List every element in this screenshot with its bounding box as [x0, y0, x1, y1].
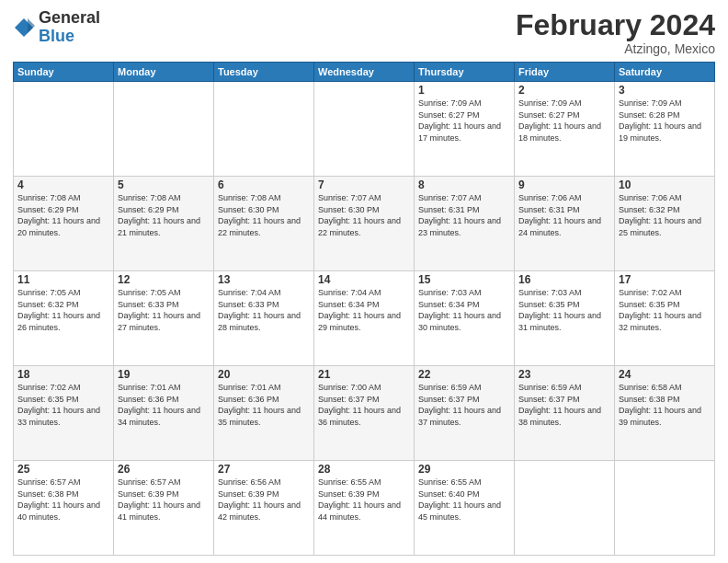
calendar-cell [214, 82, 314, 177]
day-number: 26 [118, 463, 210, 476]
day-number: 16 [518, 273, 610, 286]
weekday-header: Sunday [14, 63, 114, 82]
day-number: 24 [619, 368, 711, 381]
day-info: Sunrise: 7:07 AM Sunset: 6:30 PM Dayligh… [318, 192, 410, 238]
calendar-cell: 11Sunrise: 7:05 AM Sunset: 6:32 PM Dayli… [14, 271, 114, 366]
calendar-table: SundayMondayTuesdayWednesdayThursdayFrid… [13, 62, 715, 556]
calendar-cell: 25Sunrise: 6:57 AM Sunset: 6:38 PM Dayli… [14, 461, 114, 556]
logo-icon [13, 17, 35, 39]
day-number: 12 [118, 273, 210, 286]
day-info: Sunrise: 7:09 AM Sunset: 6:27 PM Dayligh… [418, 98, 510, 144]
day-number: 7 [318, 178, 410, 191]
day-number: 3 [619, 84, 711, 97]
calendar-week-row: 18Sunrise: 7:02 AM Sunset: 6:35 PM Dayli… [14, 366, 715, 461]
day-info: Sunrise: 7:02 AM Sunset: 6:35 PM Dayligh… [619, 287, 711, 333]
calendar-cell: 15Sunrise: 7:03 AM Sunset: 6:34 PM Dayli… [415, 271, 515, 366]
day-number: 6 [218, 178, 310, 191]
calendar-cell: 18Sunrise: 7:02 AM Sunset: 6:35 PM Dayli… [14, 366, 114, 461]
calendar-cell [14, 82, 114, 177]
calendar-cell: 28Sunrise: 6:55 AM Sunset: 6:39 PM Dayli… [314, 461, 415, 556]
day-info: Sunrise: 6:58 AM Sunset: 6:38 PM Dayligh… [619, 382, 711, 428]
calendar-cell: 5Sunrise: 7:08 AM Sunset: 6:29 PM Daylig… [114, 177, 214, 271]
day-info: Sunrise: 6:56 AM Sunset: 6:39 PM Dayligh… [218, 477, 310, 523]
day-number: 23 [518, 368, 610, 381]
day-number: 10 [619, 178, 711, 191]
weekday-header: Wednesday [314, 63, 415, 82]
calendar-cell [314, 82, 415, 177]
title-block: February 2024 Atzingo, Mexico [516, 9, 715, 56]
day-info: Sunrise: 7:08 AM Sunset: 6:30 PM Dayligh… [218, 192, 310, 238]
calendar-cell: 8Sunrise: 7:07 AM Sunset: 6:31 PM Daylig… [415, 177, 515, 271]
day-number: 11 [17, 273, 109, 286]
calendar-cell: 10Sunrise: 7:06 AM Sunset: 6:32 PM Dayli… [615, 177, 715, 271]
day-info: Sunrise: 6:57 AM Sunset: 6:39 PM Dayligh… [118, 477, 210, 523]
day-info: Sunrise: 7:04 AM Sunset: 6:33 PM Dayligh… [218, 287, 310, 333]
calendar-cell [515, 461, 615, 556]
day-info: Sunrise: 7:03 AM Sunset: 6:34 PM Dayligh… [418, 287, 510, 333]
weekday-header: Thursday [415, 63, 515, 82]
day-info: Sunrise: 7:06 AM Sunset: 6:32 PM Dayligh… [619, 192, 711, 238]
calendar-cell: 1Sunrise: 7:09 AM Sunset: 6:27 PM Daylig… [415, 82, 515, 177]
svg-marker-1 [28, 18, 35, 33]
calendar-cell: 13Sunrise: 7:04 AM Sunset: 6:33 PM Dayli… [214, 271, 314, 366]
day-number: 13 [218, 273, 310, 286]
day-number: 2 [518, 84, 610, 97]
calendar-cell: 16Sunrise: 7:03 AM Sunset: 6:35 PM Dayli… [515, 271, 615, 366]
calendar-cell: 14Sunrise: 7:04 AM Sunset: 6:34 PM Dayli… [314, 271, 415, 366]
calendar-cell: 21Sunrise: 7:00 AM Sunset: 6:37 PM Dayli… [314, 366, 415, 461]
logo-general-text: General [39, 8, 100, 27]
day-number: 5 [118, 178, 210, 191]
day-number: 20 [218, 368, 310, 381]
day-number: 19 [118, 368, 210, 381]
calendar-cell: 20Sunrise: 7:01 AM Sunset: 6:36 PM Dayli… [214, 366, 314, 461]
calendar-cell: 27Sunrise: 6:56 AM Sunset: 6:39 PM Dayli… [214, 461, 314, 556]
weekday-header: Monday [114, 63, 214, 82]
calendar-cell: 26Sunrise: 6:57 AM Sunset: 6:39 PM Dayli… [114, 461, 214, 556]
day-info: Sunrise: 7:03 AM Sunset: 6:35 PM Dayligh… [518, 287, 610, 333]
day-info: Sunrise: 6:57 AM Sunset: 6:38 PM Dayligh… [17, 477, 109, 523]
day-info: Sunrise: 7:05 AM Sunset: 6:33 PM Dayligh… [118, 287, 210, 333]
day-number: 17 [619, 273, 711, 286]
calendar-week-row: 1Sunrise: 7:09 AM Sunset: 6:27 PM Daylig… [14, 82, 715, 177]
calendar-cell: 7Sunrise: 7:07 AM Sunset: 6:30 PM Daylig… [314, 177, 415, 271]
header: General Blue February 2024 Atzingo, Mexi… [13, 9, 715, 56]
day-info: Sunrise: 7:00 AM Sunset: 6:37 PM Dayligh… [318, 382, 410, 428]
day-info: Sunrise: 7:02 AM Sunset: 6:35 PM Dayligh… [17, 382, 109, 428]
calendar-week-row: 11Sunrise: 7:05 AM Sunset: 6:32 PM Dayli… [14, 271, 715, 366]
calendar-cell: 4Sunrise: 7:08 AM Sunset: 6:29 PM Daylig… [14, 177, 114, 271]
day-number: 8 [418, 178, 510, 191]
calendar-cell: 29Sunrise: 6:55 AM Sunset: 6:40 PM Dayli… [415, 461, 515, 556]
logo: General Blue [13, 9, 100, 46]
day-number: 21 [318, 368, 410, 381]
calendar-week-row: 4Sunrise: 7:08 AM Sunset: 6:29 PM Daylig… [14, 177, 715, 271]
day-info: Sunrise: 7:09 AM Sunset: 6:28 PM Dayligh… [619, 98, 711, 144]
calendar-week-row: 25Sunrise: 6:57 AM Sunset: 6:38 PM Dayli… [14, 461, 715, 556]
location: Atzingo, Mexico [516, 41, 715, 56]
calendar-cell: 17Sunrise: 7:02 AM Sunset: 6:35 PM Dayli… [615, 271, 715, 366]
day-number: 15 [418, 273, 510, 286]
calendar-cell: 24Sunrise: 6:58 AM Sunset: 6:38 PM Dayli… [615, 366, 715, 461]
calendar-page: General Blue February 2024 Atzingo, Mexi… [0, 0, 728, 563]
day-info: Sunrise: 7:08 AM Sunset: 6:29 PM Dayligh… [118, 192, 210, 238]
day-number: 1 [418, 84, 510, 97]
day-number: 22 [418, 368, 510, 381]
day-number: 28 [318, 463, 410, 476]
day-info: Sunrise: 7:06 AM Sunset: 6:31 PM Dayligh… [518, 192, 610, 238]
day-info: Sunrise: 7:01 AM Sunset: 6:36 PM Dayligh… [218, 382, 310, 428]
day-number: 29 [418, 463, 510, 476]
calendar-cell: 9Sunrise: 7:06 AM Sunset: 6:31 PM Daylig… [515, 177, 615, 271]
calendar-cell: 6Sunrise: 7:08 AM Sunset: 6:30 PM Daylig… [214, 177, 314, 271]
day-info: Sunrise: 7:07 AM Sunset: 6:31 PM Dayligh… [418, 192, 510, 238]
weekday-header: Friday [515, 63, 615, 82]
weekday-header-row: SundayMondayTuesdayWednesdayThursdayFrid… [14, 63, 715, 82]
calendar-cell: 3Sunrise: 7:09 AM Sunset: 6:28 PM Daylig… [615, 82, 715, 177]
calendar-cell: 23Sunrise: 6:59 AM Sunset: 6:37 PM Dayli… [515, 366, 615, 461]
day-number: 9 [518, 178, 610, 191]
day-info: Sunrise: 6:55 AM Sunset: 6:40 PM Dayligh… [418, 477, 510, 523]
logo-blue-text: Blue [39, 27, 74, 45]
day-info: Sunrise: 6:55 AM Sunset: 6:39 PM Dayligh… [318, 477, 410, 523]
day-number: 25 [17, 463, 109, 476]
weekday-header: Saturday [615, 63, 715, 82]
month-title: February 2024 [516, 9, 715, 41]
day-info: Sunrise: 7:05 AM Sunset: 6:32 PM Dayligh… [17, 287, 109, 333]
